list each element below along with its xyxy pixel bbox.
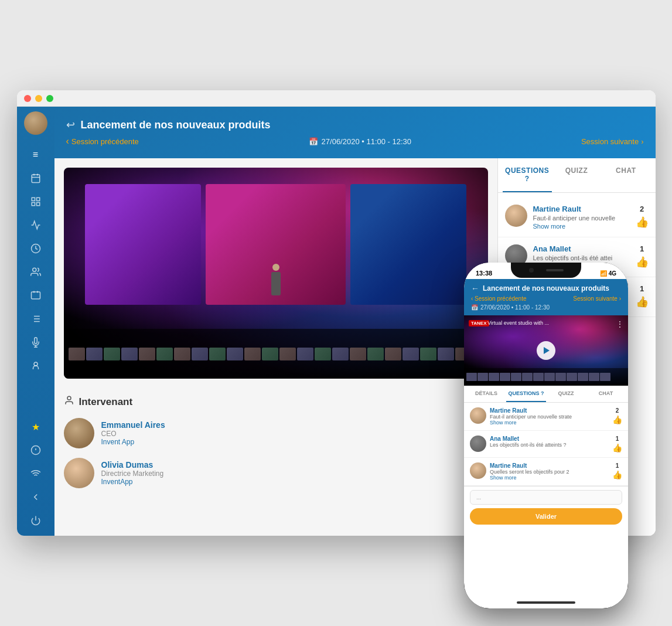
phone-q-show-1[interactable]: Show more xyxy=(490,420,609,426)
phone-tab-quizz[interactable]: QUIZZ xyxy=(546,386,586,402)
phone-tabs: DÉTAILS QUESTIONS ? QUIZZ CHAT xyxy=(464,386,628,403)
tab-quizz[interactable]: QUIZZ xyxy=(552,158,601,192)
phone-video[interactable]: TANEX Virtual event studio with ... ⋮ xyxy=(464,315,628,386)
phone-tab-chat[interactable]: CHAT xyxy=(586,386,626,402)
sidebar-icon-wifi[interactable] xyxy=(25,463,46,484)
audience-tile xyxy=(227,348,243,360)
prev-chevron-icon: ‹ xyxy=(66,136,69,147)
audience-tile xyxy=(533,373,544,381)
prev-session-btn[interactable]: ‹ Session précédente xyxy=(66,136,139,147)
phone-message-input[interactable]: ... xyxy=(470,490,622,505)
speaker-avatar-1 xyxy=(64,418,94,448)
phone-next-session-btn[interactable]: Session suivante › xyxy=(573,295,621,302)
phone-container: 13:38 📶 4G ← Lancement de nos nouveaux p… xyxy=(455,251,637,626)
phone-q-name-2[interactable]: Ana Mallet xyxy=(490,436,609,442)
mac-minimize-btn[interactable] xyxy=(35,95,42,102)
sidebar-icon-list[interactable] xyxy=(25,308,46,329)
q-name-1[interactable]: Martine Rault xyxy=(533,205,630,213)
phone-screen: 13:38 📶 4G ← Lancement de nos nouveaux p… xyxy=(464,263,628,608)
tab-questions[interactable]: QUESTIONS ? xyxy=(503,158,552,192)
sidebar-icon-power[interactable] xyxy=(25,510,46,531)
sidebar-icon-group[interactable] xyxy=(25,355,46,376)
sidebar-icon-grid[interactable] xyxy=(25,191,46,212)
session-date: 📅 27/06/2020 • 11:00 - 12:30 xyxy=(309,137,411,146)
audience-tile xyxy=(244,348,261,360)
phone-q-like-1[interactable]: 👍 xyxy=(612,415,622,424)
phone-title: Lancement de nos nouveaux produits xyxy=(483,284,609,292)
svg-point-21 xyxy=(34,362,37,366)
sidebar-icon-users[interactable] xyxy=(25,261,46,283)
phone-q-avatar-1 xyxy=(470,407,486,424)
phone-q-name-3[interactable]: Martine Rault xyxy=(490,462,609,469)
mac-titlebar xyxy=(17,90,656,107)
speaker-name-2[interactable]: Olivia Dumas xyxy=(101,460,164,470)
sidebar-icon-menu[interactable]: ≡ xyxy=(25,144,46,165)
phone-q-content-2: Ana Mallet Les objectifs ont-ils été att… xyxy=(490,436,609,453)
q-like-icon-1[interactable]: 👍 xyxy=(636,216,649,229)
q-like-icon-3[interactable]: 👍 xyxy=(636,295,649,308)
sidebar-icon-calendar[interactable] xyxy=(25,168,46,189)
phone-tab-details[interactable]: DÉTAILS xyxy=(466,386,506,402)
audience-tile xyxy=(279,348,296,360)
audience-tile xyxy=(209,348,226,360)
svg-point-27 xyxy=(67,396,71,400)
audience-tile xyxy=(522,373,533,381)
phone-time: 13:38 xyxy=(476,270,492,277)
sidebar: ≡ xyxy=(17,107,54,536)
sidebar-icon-badge[interactable] xyxy=(25,285,46,306)
audience-tile xyxy=(402,348,419,360)
phone-play-icon[interactable] xyxy=(537,341,555,360)
q-like-icon-2[interactable]: 👍 xyxy=(636,256,649,268)
phone-q-text-3: Quelles seront les objectifs pour 2 xyxy=(490,469,609,475)
speaker-info-1: Emmanuel Aires CEO Invent App xyxy=(101,420,165,446)
tab-chat[interactable]: CHAT xyxy=(601,158,650,192)
phone-question-item: Martine Rault Quelles seront les objecti… xyxy=(464,458,628,486)
screen-center xyxy=(206,184,345,305)
speaker-list: Emmanuel Aires CEO Invent App Olivia Dum… xyxy=(64,418,488,488)
user-avatar[interactable] xyxy=(24,111,47,135)
phone-question-item: Martine Rault Faut-il anticiper une nouv… xyxy=(464,403,628,431)
intervenant-section: Intervenant Emmanuel Aires CEO Invent Ap… xyxy=(64,390,488,493)
sidebar-icon-mic[interactable] xyxy=(25,332,46,353)
audience-tile xyxy=(139,348,155,360)
phone-q-avatar-3 xyxy=(470,462,486,479)
phone-q-right-3: 1 👍 xyxy=(612,462,622,481)
phone-q-like-2[interactable]: 👍 xyxy=(612,443,622,453)
phone-q-like-3[interactable]: 👍 xyxy=(612,470,622,479)
mac-close-btn[interactable] xyxy=(24,95,31,102)
phone-q-content-3: Martine Rault Quelles seront les objecti… xyxy=(490,462,609,481)
phone-back-icon[interactable]: ← xyxy=(471,284,479,293)
phone-q-show-3[interactable]: Show more xyxy=(490,475,609,481)
video-stage xyxy=(64,168,488,329)
phone-validate-btn[interactable]: Valider xyxy=(470,508,622,525)
phone-q-right-1: 2 👍 xyxy=(612,407,622,426)
audience-tile xyxy=(555,373,566,381)
phone-video-title: Virtual event studio with ... xyxy=(487,320,549,326)
audience-tile xyxy=(477,373,488,381)
sidebar-icon-schedule[interactable] xyxy=(25,238,46,259)
mac-maximize-btn[interactable] xyxy=(46,95,53,102)
tabs-header: QUESTIONS ? QUIZZ CHAT xyxy=(498,158,656,193)
audience-tile xyxy=(500,373,510,381)
next-session-btn[interactable]: Session suivante › xyxy=(581,137,644,146)
sidebar-icon-info[interactable] xyxy=(25,440,46,461)
phone-tab-questions[interactable]: QUESTIONS ? xyxy=(506,386,546,402)
audience-tile xyxy=(69,348,85,360)
sidebar-icon-star[interactable]: ★ xyxy=(25,416,46,437)
audience-tile xyxy=(578,373,588,381)
phone-prev-session-btn[interactable]: ‹ Session précédente xyxy=(471,295,527,302)
q-content-1: Martine Rault Faut-il anticiper une nouv… xyxy=(533,205,630,230)
phone-video-dots-icon[interactable]: ⋮ xyxy=(616,320,623,328)
sidebar-icon-chart[interactable] xyxy=(25,215,46,236)
header-back-icon[interactable]: ↩ xyxy=(66,118,75,131)
audience-tile xyxy=(332,348,349,360)
video-container[interactable] xyxy=(64,168,488,379)
q-avatar-1 xyxy=(505,205,527,227)
sidebar-icon-collapse[interactable] xyxy=(25,486,46,508)
q-text-1: Faut-il anticiper une nouvelle xyxy=(533,215,630,222)
phone-q-name-1[interactable]: Martine Rault xyxy=(490,407,609,414)
speaker-avatar-2 xyxy=(64,458,94,488)
phone-q-right-2: 1 👍 xyxy=(612,436,622,453)
q-show-more-1[interactable]: Show more xyxy=(533,223,630,230)
speaker-name-1[interactable]: Emmanuel Aires xyxy=(101,420,165,430)
